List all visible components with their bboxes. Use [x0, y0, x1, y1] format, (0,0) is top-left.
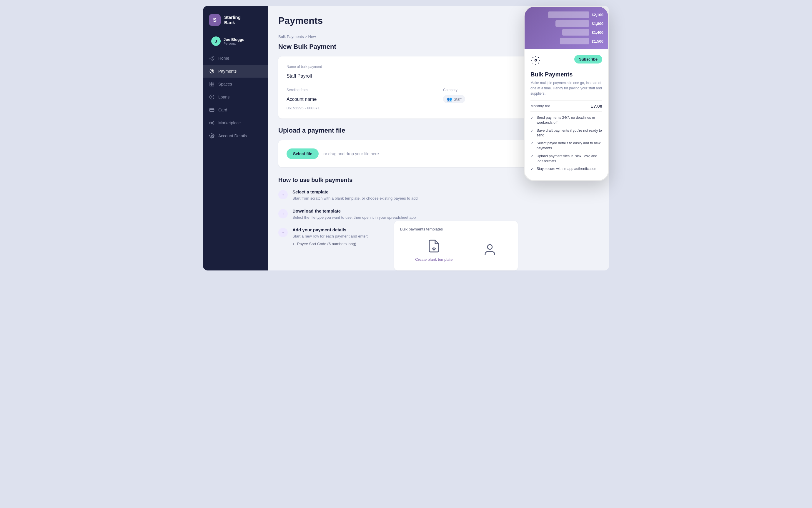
category-badge[interactable]: 👥 Staff	[443, 95, 465, 103]
phone-mockup: £2,100 £1,800 £1,400 £1,500	[524, 6, 609, 181]
sidebar-item-payments[interactable]: Payments	[203, 65, 268, 78]
feature-list: ✓ Send payments 24/7, no deadlines or we…	[531, 115, 602, 171]
sidebar-header: S StarlingBank	[203, 6, 268, 33]
check-icon-5: ✓	[531, 167, 534, 171]
svg-rect-6	[210, 84, 211, 86]
account-details-icon	[209, 133, 215, 139]
user-profile[interactable]: J Joe Bloggs Personal	[206, 33, 264, 49]
step-3-heading: Add your payment details	[293, 227, 368, 232]
subscribe-button[interactable]: Subscribe	[574, 55, 602, 64]
feature-text-4: Upload payment files in .xlsx, .csv, and…	[537, 154, 602, 164]
check-icon-3: ✓	[531, 141, 534, 145]
step-2-icon: →	[278, 209, 288, 218]
user-info: Joe Bloggs Personal	[224, 37, 244, 45]
step-1-icon: →	[278, 190, 288, 199]
payee-icon	[483, 243, 497, 258]
check-icon-2: ✓	[531, 128, 534, 133]
sidebar-item-loans[interactable]: Loans	[203, 91, 268, 103]
feature-4: ✓ Upload payment files in .xlsx, .csv, a…	[531, 154, 602, 164]
promo-card-title: Bulk Payments	[531, 71, 602, 78]
chart-bar-row-3: £1,400	[529, 29, 604, 36]
chart-label-2: £1,800	[592, 22, 604, 26]
user-subtitle: Personal	[224, 42, 244, 45]
step-3-content: Add your payment details Start a new row…	[293, 227, 368, 247]
step-1: → Select a template Start from scratch w…	[278, 189, 598, 201]
user-name: Joe Bloggs	[224, 37, 244, 42]
sidebar-item-home-label: Home	[218, 56, 229, 60]
svg-point-2	[210, 69, 214, 73]
sidebar-nav: Home Payments Spaces Loans	[203, 52, 268, 142]
chart-bar-1	[548, 11, 589, 18]
sidebar-item-marketplace[interactable]: Marketplace	[203, 116, 268, 129]
fee-label: Monthly fee	[531, 104, 550, 108]
sidebar-item-card[interactable]: Card	[203, 103, 268, 116]
check-icon-1: ✓	[531, 116, 534, 120]
step-1-heading: Select a template	[293, 189, 418, 194]
loans-icon	[209, 94, 215, 100]
check-icon-4: ✓	[531, 154, 534, 159]
chart-bar-row-1: £2,100	[529, 11, 604, 18]
svg-point-0	[210, 57, 213, 59]
svg-rect-8	[210, 109, 214, 112]
category-value: Staff	[454, 97, 462, 101]
category-icon: 👥	[447, 96, 452, 102]
select-file-button[interactable]: Select file	[286, 149, 319, 159]
sidebar-item-spaces[interactable]: Spaces	[203, 78, 268, 91]
step-1-content: Select a template Start from scratch wit…	[293, 189, 418, 201]
svg-point-1	[210, 56, 214, 60]
svg-point-3	[211, 70, 213, 72]
sidebar-item-card-label: Card	[218, 108, 227, 112]
chart-label-1: £2,100	[592, 13, 604, 17]
chart-bar-2	[555, 20, 589, 27]
svg-point-14	[488, 245, 492, 249]
chart-bar-4	[560, 38, 589, 44]
sidebar-item-loans-label: Loans	[218, 95, 229, 99]
fee-amount: £7.00	[591, 103, 602, 109]
account-number: 06151295 - 608371	[286, 106, 434, 110]
svg-rect-4	[210, 82, 211, 84]
phone-chart: £2,100 £1,800 £1,400 £1,500	[525, 7, 608, 49]
account-name-value[interactable]: Account name	[286, 94, 434, 105]
marketplace-icon	[209, 120, 215, 126]
sidebar-item-home[interactable]: Home	[203, 52, 268, 65]
feature-5: ✓ Stay secure with in-app authentication	[531, 166, 602, 171]
sidebar-item-account-details[interactable]: Account Details	[203, 129, 268, 142]
chart-bar-row-2: £1,800	[529, 20, 604, 27]
step-1-desc: Start from scratch with a blank template…	[293, 196, 418, 201]
feature-text-3: Select payee details to easily add to ne…	[537, 141, 602, 151]
avatar: J	[211, 36, 221, 46]
payee-template[interactable]	[483, 243, 497, 258]
bulk-payments-icon	[531, 55, 541, 68]
promo-card: Subscribe Bulk Payments Make multiple pa…	[525, 49, 608, 180]
template-document-icon	[427, 239, 441, 254]
bullet-1: Payee Sort Code (6 numbers long)	[297, 242, 368, 246]
sidebar-item-spaces-label: Spaces	[218, 82, 232, 86]
create-blank-label[interactable]: Create blank template	[415, 257, 453, 262]
promo-card-desc: Make multiple payments in one go, instea…	[531, 80, 602, 96]
sending-from-col: Sending from Account name 06151295 - 608…	[286, 88, 434, 110]
card-icon	[209, 107, 215, 113]
sending-from-label: Sending from	[286, 88, 434, 92]
feature-3: ✓ Select payee details to easily add to …	[531, 141, 602, 151]
spaces-icon	[209, 81, 215, 87]
card-top: Subscribe	[531, 55, 602, 68]
drag-drop-text: or drag and drop your file here	[323, 152, 379, 156]
payments-icon	[209, 68, 215, 74]
home-icon	[209, 55, 215, 61]
step-2-desc: Select the file type you want to use, th…	[293, 215, 416, 220]
svg-point-11	[211, 135, 213, 137]
step-2-content: Download the template Select the file ty…	[293, 208, 416, 220]
step-2-heading: Download the template	[293, 208, 416, 213]
step-3-desc: Start a new row for each payment and ent…	[293, 234, 368, 239]
sidebar-item-marketplace-label: Marketplace	[218, 121, 241, 125]
create-blank-template[interactable]: Create blank template	[415, 239, 453, 262]
feature-2: ✓ Save draft payments if you're not read…	[531, 128, 602, 138]
starling-logo: S	[209, 14, 221, 26]
svg-rect-7	[212, 84, 214, 86]
feature-text-1: Send payments 24/7, no deadlines or week…	[537, 115, 602, 125]
chart-label-3: £1,400	[592, 30, 604, 35]
brand-name: StarlingBank	[224, 15, 241, 25]
chart-bar-row-4: £1,500	[529, 38, 604, 44]
fee-row: Monthly fee £7.00	[531, 100, 602, 112]
sidebar-item-account-details-label: Account Details	[218, 133, 247, 138]
